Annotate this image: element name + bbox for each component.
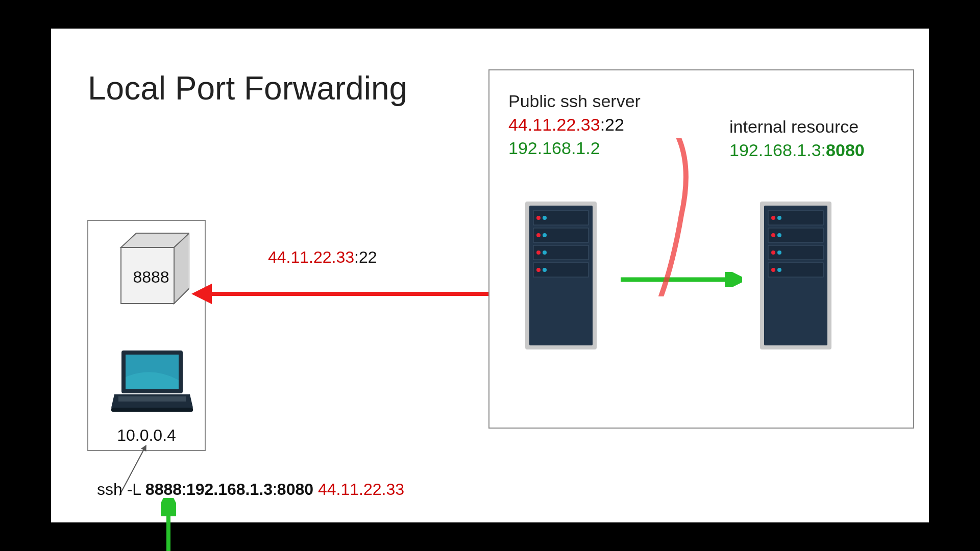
ssh-server-name: Public ssh server [508,90,641,113]
ssh-server-labels: Public ssh server 44.11.22.33:22 192.168… [508,90,641,160]
local-port-cube-icon: 8888 [113,232,189,309]
svg-point-31 [771,216,775,220]
svg-rect-27 [768,211,823,225]
cmd-dest-port: 8080 [277,480,313,498]
internal-resource-name: internal resource [729,115,865,139]
svg-point-36 [777,251,781,255]
ssh-server-public-ip: 44.11.22.33 [508,115,600,134]
local-port-label: 8888 [113,268,189,287]
ssh-connection-label: 44.11.22.33:22 [268,248,377,267]
ssh-server-public-port: :22 [600,115,624,134]
client-host-box: 8888 10.0.0.4 [87,220,206,451]
remote-network-box: Public ssh server 44.11.22.33:22 192.168… [488,69,914,429]
cmd-local-port: 8888 [145,480,182,498]
svg-rect-28 [768,228,823,242]
internal-resource-labels: internal resource 192.168.1.3:8080 [729,115,865,162]
client-ip-label: 10.0.0.4 [88,426,205,445]
arrow-laptop-to-port-icon [161,498,176,551]
svg-point-16 [536,216,541,220]
svg-rect-13 [533,228,589,242]
svg-point-23 [543,268,547,272]
svg-rect-12 [533,211,589,225]
ssh-connection-port: :22 [354,248,377,266]
svg-point-20 [536,251,541,255]
internal-resource-port: 8080 [826,140,865,160]
svg-point-32 [777,216,781,220]
slide-canvas: Local Port Forwarding 8888 [51,29,929,522]
ssh-server-icon [525,202,597,349]
slide-title: Local Port Forwarding [88,69,407,107]
forward-arrow-icon [620,272,742,287]
svg-point-37 [771,268,775,272]
svg-rect-29 [768,245,823,260]
svg-point-19 [543,233,547,237]
svg-point-21 [543,251,547,255]
cmd-dest-host: 192.168.1.3 [186,480,273,498]
svg-point-35 [771,251,775,255]
svg-rect-8 [111,408,193,412]
svg-rect-14 [533,245,589,260]
svg-rect-7 [118,396,186,402]
svg-point-34 [777,233,781,237]
internal-resource-ip: 192.168.1.3: [729,140,826,160]
ssh-command: ssh -L 8888:192.168.1.3:8080 44.11.22.33 [97,480,404,499]
svg-point-38 [777,268,781,272]
svg-rect-30 [768,263,823,277]
ssh-connection-ip: 44.11.22.33 [268,248,354,266]
ssh-server-private-ip: 192.168.1.2 [508,137,641,160]
cmd-sep1: : [182,480,186,498]
internal-resource-server-icon [760,202,831,349]
svg-point-22 [536,268,541,272]
svg-point-17 [543,216,547,220]
laptop-icon [111,350,193,417]
svg-point-33 [771,233,775,237]
svg-point-18 [536,233,541,237]
cmd-sep2: : [273,480,277,498]
ssh-connection-arrow-icon [191,279,538,309]
cmd-prefix: ssh -L [97,480,145,498]
svg-rect-15 [533,263,589,277]
cmd-space [313,480,318,498]
cmd-target: 44.11.22.33 [318,480,404,498]
